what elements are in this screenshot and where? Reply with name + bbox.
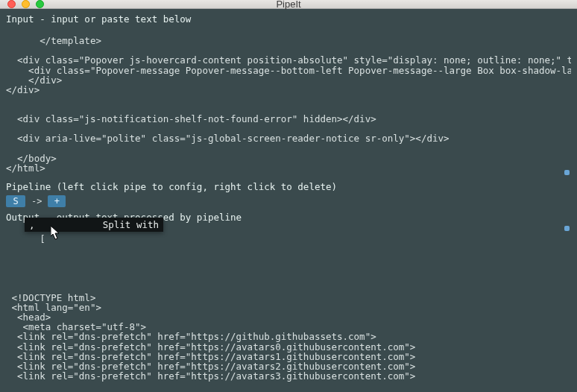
content-area: Input - input or paste text below </temp… bbox=[0, 9, 577, 392]
output-textarea[interactable]: [ <!DOCTYPE html> <html lang="en"> <head… bbox=[6, 224, 571, 392]
pipe-add-button[interactable]: + bbox=[48, 195, 66, 207]
pipeline-label: Pipeline (left click pipe to config, rig… bbox=[6, 181, 571, 192]
split-caption: Split with bbox=[103, 219, 159, 230]
split-config-popover: , Split with bbox=[25, 218, 163, 232]
output-scroll-thumb[interactable] bbox=[564, 226, 570, 231]
window-title: PipeIt bbox=[0, 0, 577, 10]
pipe-split-button[interactable]: S bbox=[6, 195, 25, 207]
input-scroll-thumb[interactable] bbox=[564, 170, 570, 175]
input-textarea[interactable]: </template> <div class="Popover js-hover… bbox=[6, 26, 571, 177]
app-window: PipeIt Input - input or paste text below… bbox=[0, 0, 577, 392]
pipeline-section: Pipeline (left click pipe to config, rig… bbox=[6, 181, 571, 212]
titlebar: PipeIt bbox=[0, 0, 577, 9]
input-label: Input - input or paste text below bbox=[6, 13, 571, 25]
input-text: </template> <div class="Popover js-hover… bbox=[6, 35, 571, 174]
pipeline-buttons: S -> + bbox=[6, 195, 571, 207]
pipe-arrow-icon: -> bbox=[30, 195, 43, 207]
output-text: [ <!DOCTYPE html> <html lang="en"> <head… bbox=[6, 233, 415, 382]
split-delimiter-input[interactable]: , bbox=[29, 219, 97, 230]
